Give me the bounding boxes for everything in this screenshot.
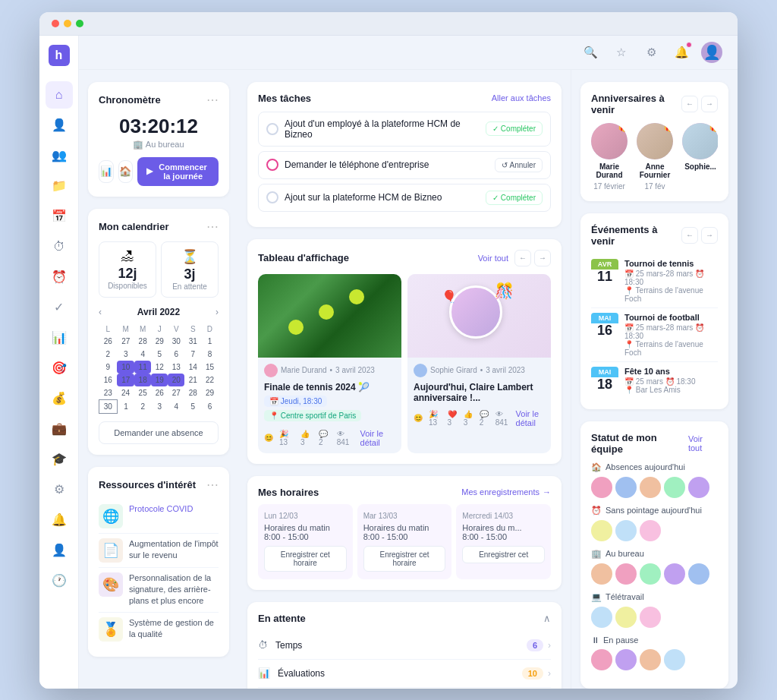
resource-icon-4: 🏅	[99, 617, 123, 642]
pending-item-1[interactable]: ⏱ Temps 6 ›	[258, 632, 551, 660]
schedule-time-1: 8:00 - 15:00	[264, 532, 347, 541]
task-check-2[interactable]	[266, 159, 278, 171]
post-2-emoji-4[interactable]: 👍 3	[464, 410, 473, 427]
calendar-grid: L M M J V S D	[99, 323, 219, 414]
sidebar-item-clock[interactable]: ⏱	[46, 233, 73, 260]
sidebar-item-check[interactable]: ✓	[46, 294, 73, 321]
birthday-prev[interactable]: ←	[681, 96, 698, 112]
record-btn-2[interactable]: Enregistrer cet horaire	[363, 546, 446, 572]
post-1-emoji-1[interactable]: 😊	[264, 434, 273, 442]
post-1-tag-location: 📍 Centre sportif de Paris	[264, 410, 361, 421]
author-avatar-1	[264, 364, 278, 377]
pending-item-2[interactable]: 📊 Évaluations 10 ›	[258, 660, 551, 688]
team-office-title: 🏢 Au bureau	[591, 549, 718, 559]
post-2-emoji-1[interactable]: 😊	[414, 414, 423, 422]
post-2-emoji-3[interactable]: ❤️ 3	[448, 410, 458, 427]
team-avatar-c3	[640, 563, 661, 585]
post-1-detail[interactable]: Voir le détail	[360, 429, 395, 447]
sidebar-item-settings[interactable]: ⚙	[46, 476, 73, 503]
birthday-name-3: Sophie...	[684, 162, 716, 171]
chrono-bar-chart-btn[interactable]: 📊	[99, 160, 114, 183]
event-3-month: mai	[591, 367, 618, 377]
event-3-meta: 📅 25 mars ⏰ 18:30	[624, 377, 718, 386]
sidebar-item-dollar[interactable]: 💰	[46, 385, 73, 412]
event-3[interactable]: mai 18 Fête 10 ans 📅 25 mars ⏰ 18:30 📍 B…	[591, 362, 718, 399]
maximize-dot[interactable]	[76, 20, 83, 27]
sidebar-item-target[interactable]: 🎯	[46, 355, 73, 382]
resources-menu[interactable]: ⋯	[206, 478, 219, 492]
schedule-day-2: Mar 13/03 Horaires du matin 8:00 - 15:00…	[357, 504, 452, 579]
ball-1	[319, 304, 334, 320]
board-title: Tableau d'affichage	[258, 252, 349, 263]
sidebar-item-bag[interactable]: 💼	[46, 415, 73, 443]
horaires-card: Mes horaires Mes enregistrements → Lun 1…	[247, 476, 562, 590]
sidebar-item-folder[interactable]: 📁	[46, 172, 73, 200]
minimize-dot[interactable]	[64, 20, 71, 27]
start-day-btn[interactable]: ▶ Commencer la journée	[137, 157, 219, 186]
board-link[interactable]: Voir tout	[478, 254, 508, 263]
post-2-title: Aujourd'hui, Claire Lambert anniversaire…	[414, 382, 545, 403]
birthday-next[interactable]: →	[701, 96, 718, 112]
horaires-link[interactable]: Mes enregistrements →	[461, 487, 551, 497]
event-1[interactable]: avr 11 Tournoi de tennis 📅 25 mars-28 ma…	[591, 254, 718, 308]
sidebar-item-clock2[interactable]: ⏰	[46, 263, 73, 291]
team-pause-title: ⏸ En pause	[591, 635, 718, 645]
sidebar-item-calendar[interactable]: 📅	[46, 203, 73, 230]
absence-btn[interactable]: Demander une absence	[99, 421, 219, 444]
event-2[interactable]: mai 16 Tournoi de football 📅 25 mars-28 …	[591, 308, 718, 362]
task-check-3[interactable]	[266, 191, 278, 203]
sidebar-item-home[interactable]: ⌂	[46, 81, 73, 109]
pending-label-1: Temps	[275, 640, 527, 651]
resource-item-2: 📄 Augmentation de l'impôt sur le revenu	[99, 534, 219, 568]
team-avatar-a3	[640, 477, 661, 498]
post-1-emoji-2[interactable]: 🎉 13	[279, 430, 294, 446]
cal-next-btn[interactable]: ›	[215, 307, 219, 317]
tennis-image	[258, 274, 401, 358]
post-2-detail[interactable]: Voir le détail	[516, 409, 545, 427]
pending-item-3[interactable]: 🎓 Formation 8 ›	[258, 688, 551, 689]
resource-link-1[interactable]: Protocole COVID	[129, 504, 193, 513]
events-prev[interactable]: ←	[681, 227, 698, 244]
resource-item-3: 🎨 Personnalisation de la signature, des …	[99, 568, 219, 613]
resource-text-4: Système de gestion de la qualité	[129, 617, 219, 641]
post-1-emoji-3[interactable]: 👍 3	[300, 430, 313, 446]
tasks-link[interactable]: Aller aux tâches	[492, 93, 551, 102]
task-btn-3[interactable]: ✓ Compléter	[486, 191, 543, 205]
team-avatar-a4	[664, 477, 685, 498]
task-btn-2[interactable]: ↺ Annuler	[495, 158, 543, 172]
cal-prev-btn[interactable]: ‹	[99, 307, 102, 317]
sidebar-item-profile[interactable]: 👤	[46, 537, 73, 564]
sidebar-item-bell[interactable]: 🔔	[46, 506, 73, 534]
team-avatar-c5	[688, 563, 709, 585]
chrono-status: 🏢 Au bureau	[99, 140, 219, 150]
sidebar-item-user[interactable]: 👤	[46, 112, 73, 139]
sidebar-item-history[interactable]: 🕐	[46, 567, 73, 594]
star-icon[interactable]: ☆	[610, 42, 631, 63]
sidebar-item-team[interactable]: 👥	[46, 142, 73, 169]
user-avatar[interactable]: 👤	[701, 42, 722, 63]
close-dot[interactable]	[52, 20, 59, 27]
record-btn-3[interactable]: Enregistrer cet	[462, 546, 545, 563]
post-2-emoji-2[interactable]: 🎉 13	[429, 410, 442, 427]
search-icon[interactable]: 🔍	[580, 42, 601, 63]
sidebar-item-chart[interactable]: 📊	[46, 324, 73, 352]
pending-badge-2: 10	[522, 667, 543, 680]
birthday-name-1: Marie Durand	[591, 162, 628, 179]
bell-icon[interactable]: 🔔	[671, 42, 692, 63]
events-next[interactable]: →	[701, 227, 718, 244]
record-btn-1[interactable]: Enregistrer cet horaire	[264, 546, 347, 572]
calendar-menu[interactable]: ⋯	[206, 219, 219, 234]
chrono-home-btn[interactable]: 🏠	[118, 160, 134, 183]
app-logo[interactable]: h	[49, 45, 70, 66]
board-next[interactable]: →	[534, 250, 551, 266]
board-prev[interactable]: ←	[514, 250, 531, 266]
birthdays-card: Anniversaires à venir ← → 🎁	[580, 82, 728, 201]
gear-icon[interactable]: ⚙	[640, 42, 662, 63]
resource-text-3: Personnalisation de la signature, des ar…	[129, 572, 219, 607]
pending-collapse[interactable]: ∧	[543, 613, 551, 624]
task-check-1[interactable]	[266, 123, 278, 135]
sidebar-item-graduate[interactable]: 🎓	[46, 446, 73, 473]
team-voir-tout[interactable]: Voir tout	[688, 434, 718, 452]
chronometre-menu[interactable]: ⋯	[206, 93, 219, 107]
task-btn-1[interactable]: ✓ Compléter	[486, 121, 543, 136]
